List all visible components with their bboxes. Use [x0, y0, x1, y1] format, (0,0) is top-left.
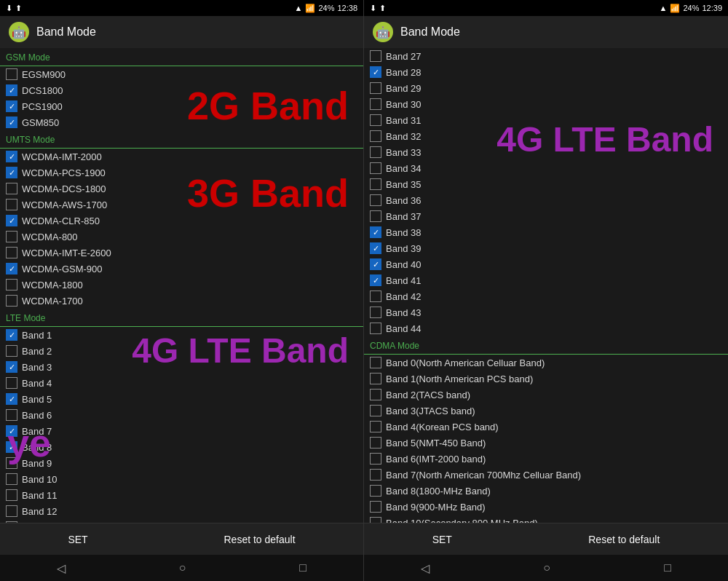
list-item[interactable]: Band 8 — [0, 439, 363, 455]
back-button-left[interactable]: ◁ — [42, 558, 80, 578]
checkbox-band11[interactable] — [6, 489, 17, 501]
checkbox-r-band27[interactable] — [370, 50, 381, 62]
checkbox-cdma-band0[interactable] — [370, 357, 381, 368]
checkbox-r-band34[interactable] — [370, 162, 381, 174]
list-item[interactable]: Band 34 — [364, 160, 728, 176]
list-item[interactable]: Band 0(North American Celluar Band) — [364, 355, 728, 371]
list-item[interactable]: PCS1900 — [0, 98, 363, 114]
list-item[interactable]: Band 13 — [0, 519, 363, 523]
checkbox-wcdma-1800[interactable] — [6, 279, 17, 290]
checkbox-cdma-band4[interactable] — [370, 421, 381, 432]
checkbox-r-band28[interactable] — [370, 66, 381, 78]
checkbox-band8[interactable] — [6, 441, 17, 453]
set-button-right[interactable]: SET — [418, 528, 467, 551]
list-item[interactable]: Band 4(Korean PCS band) — [364, 419, 728, 435]
checkbox-r-band29[interactable] — [370, 82, 381, 94]
checkbox-cdma-band1[interactable] — [370, 373, 381, 384]
list-item[interactable]: Band 38 — [364, 224, 728, 240]
checkbox-r-band42[interactable] — [370, 290, 381, 302]
list-item[interactable]: Band 9 — [0, 455, 363, 471]
set-button-left[interactable]: SET — [53, 528, 102, 551]
checkbox-r-band40[interactable] — [370, 258, 381, 270]
list-item[interactable]: WCDMA-GSM-900 — [0, 261, 363, 277]
checkbox-wcdma-clr-850[interactable] — [6, 215, 17, 226]
checkbox-wcdma-gsm-900[interactable] — [6, 263, 17, 274]
checkbox-cdma-band3[interactable] — [370, 405, 381, 416]
checkbox-band10[interactable] — [6, 473, 17, 485]
list-item[interactable]: Band 37 — [364, 208, 728, 224]
recents-button-left[interactable]: □ — [285, 558, 321, 577]
list-item[interactable]: Band 10 — [0, 471, 363, 487]
list-item[interactable]: Band 8(1800-MHz Band) — [364, 483, 728, 499]
checkbox-r-band32[interactable] — [370, 130, 381, 142]
list-item[interactable]: WCDMA-IMT-2000 — [0, 149, 363, 165]
list-item[interactable]: Band 27 — [364, 48, 728, 64]
checkbox-cdma-band8[interactable] — [370, 485, 381, 497]
list-item[interactable]: Band 35 — [364, 176, 728, 192]
list-item[interactable]: WCDMA-800 — [0, 229, 363, 245]
checkbox-band6[interactable] — [6, 409, 17, 421]
list-item[interactable]: Band 10(Secondary 800 MHz Band) — [364, 515, 728, 523]
list-item[interactable]: Band 41 — [364, 272, 728, 288]
list-item[interactable]: Band 1(North American PCS band) — [364, 371, 728, 387]
checkbox-r-band44[interactable] — [370, 323, 381, 334]
recents-button-right[interactable]: □ — [649, 558, 686, 577]
reset-button-left[interactable]: Reset to default — [210, 528, 310, 551]
checkbox-r-band36[interactable] — [370, 194, 381, 206]
checkbox-gsm850[interactable] — [6, 116, 17, 128]
checkbox-wcdma-imt-2000[interactable] — [6, 151, 17, 162]
checkbox-dcs1800[interactable] — [6, 84, 17, 96]
list-item[interactable]: WCDMA-AWS-1700 — [0, 197, 363, 213]
checkbox-r-band31[interactable] — [370, 114, 381, 126]
list-item[interactable]: Band 7 — [0, 423, 363, 439]
list-item[interactable]: Band 4 — [0, 375, 363, 391]
list-item[interactable]: Band 28 — [364, 64, 728, 80]
list-item[interactable]: Band 29 — [364, 80, 728, 96]
list-item[interactable]: Band 9(900-MHz Band) — [364, 499, 728, 515]
home-button-right[interactable]: ○ — [529, 558, 565, 577]
checkbox-r-band41[interactable] — [370, 274, 381, 286]
checkbox-r-band38[interactable] — [370, 226, 381, 238]
list-item[interactable]: WCDMA-CLR-850 — [0, 213, 363, 229]
checkbox-r-band39[interactable] — [370, 242, 381, 254]
checkbox-band5[interactable] — [6, 393, 17, 405]
checkbox-band7[interactable] — [6, 425, 17, 437]
checkbox-r-band37[interactable] — [370, 210, 381, 222]
list-item[interactable]: Band 2(TACS band) — [364, 387, 728, 403]
checkbox-cdma-band9[interactable] — [370, 501, 381, 513]
checkbox-cdma-band2[interactable] — [370, 389, 381, 400]
checkbox-band2[interactable] — [6, 345, 17, 357]
checkbox-band4[interactable] — [6, 377, 17, 389]
checkbox-band13[interactable] — [6, 521, 17, 523]
list-item[interactable]: Band 7(North American 700Mhz Celluar Ban… — [364, 467, 728, 483]
list-item[interactable]: Band 36 — [364, 192, 728, 208]
checkbox-band3[interactable] — [6, 361, 17, 373]
list-item[interactable]: WCDMA-DCS-1800 — [0, 181, 363, 197]
list-item[interactable]: WCDMA-IMT-E-2600 — [0, 245, 363, 261]
checkbox-wcdma-pcs-1900[interactable] — [6, 167, 17, 178]
list-item[interactable]: Band 2 — [0, 343, 363, 359]
list-item[interactable]: Band 40 — [364, 256, 728, 272]
checkbox-band12[interactable] — [6, 505, 17, 517]
list-item[interactable]: Band 44 — [364, 320, 728, 336]
list-item[interactable]: Band 32 — [364, 128, 728, 144]
checkbox-egsm900[interactable] — [6, 68, 17, 80]
right-scroll-area[interactable]: Band 27 Band 28 Band 29 Band 30 Band 31 … — [364, 48, 728, 523]
checkbox-wcdma-1700[interactable] — [6, 295, 17, 307]
list-item[interactable]: Band 33 — [364, 144, 728, 160]
list-item[interactable]: Band 3 — [0, 359, 363, 375]
list-item[interactable]: GSM850 — [0, 114, 363, 130]
list-item[interactable]: Band 30 — [364, 96, 728, 112]
checkbox-wcdma-imt-e-2600[interactable] — [6, 247, 17, 258]
list-item[interactable]: Band 6 — [0, 407, 363, 423]
home-button-left[interactable]: ○ — [165, 558, 201, 577]
checkbox-cdma-band6[interactable] — [370, 453, 381, 465]
list-item[interactable]: Band 39 — [364, 240, 728, 256]
checkbox-cdma-band10[interactable] — [370, 517, 381, 523]
list-item[interactable]: Band 11 — [0, 487, 363, 503]
list-item[interactable]: DCS1800 — [0, 82, 363, 98]
list-item[interactable]: Band 42 — [364, 288, 728, 304]
checkbox-wcdma-800[interactable] — [6, 231, 17, 242]
checkbox-r-band33[interactable] — [370, 146, 381, 158]
checkbox-cdma-band5[interactable] — [370, 437, 381, 448]
